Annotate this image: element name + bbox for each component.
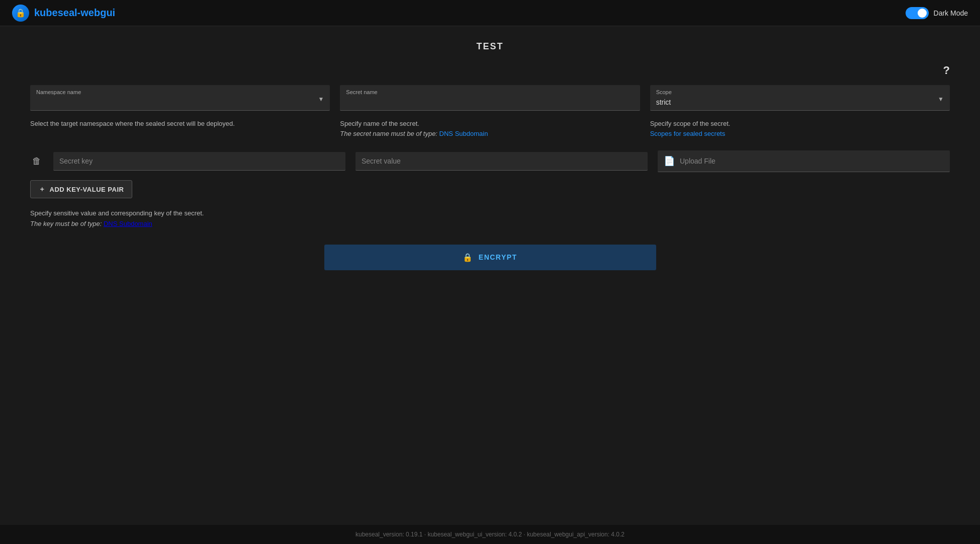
kv-description: Specify sensitive value and correspondin…: [30, 208, 950, 229]
kv-description-text: Specify sensitive value and correspondin…: [30, 209, 204, 217]
toggle-slider: [906, 7, 929, 19]
delete-kv-button[interactable]: 🗑: [30, 156, 43, 167]
page-title: TEST: [30, 41, 950, 52]
secret-name-col: Secret name: [340, 85, 640, 111]
secret-name-label: Secret name: [346, 89, 634, 95]
lock-icon: 🔒: [463, 253, 474, 262]
navbar: 🔒 kubeseal-webgui Dark Mode: [0, 0, 980, 26]
namespace-group: Namespace name ▼: [30, 85, 330, 111]
dns-subdomain-link-2[interactable]: DNS Subdomain: [104, 220, 152, 227]
main-content: TEST ? Namespace name ▼ Secret name Scop…: [0, 26, 980, 290]
add-kv-button[interactable]: ＋ ADD KEY-VALUE PAIR: [30, 180, 132, 198]
help-icon-row: ?: [30, 64, 950, 77]
dns-subdomain-link-1[interactable]: DNS Subdomain: [439, 130, 488, 137]
scope-group: Scope strict namespace-wide cluster-wide…: [650, 85, 950, 111]
namespace-col: Namespace name ▼: [30, 85, 330, 111]
brand-link[interactable]: 🔒 kubeseal-webgui: [12, 5, 115, 22]
namespace-input[interactable]: [36, 97, 324, 107]
footer: kubeseal_version: 0.19.1 · kubeseal_webg…: [0, 525, 980, 544]
help-icon[interactable]: ?: [943, 64, 950, 77]
dark-mode-toggle[interactable]: [906, 7, 929, 19]
upload-file-group[interactable]: 📄 Upload File: [658, 150, 950, 172]
secret-name-description-text: Specify name of the secret.: [340, 120, 419, 127]
description-row: Select the target namespace where the se…: [30, 119, 950, 138]
brand-prefix: kubeseal: [34, 7, 77, 18]
encrypt-button[interactable]: 🔒 ENCRYPT: [324, 245, 656, 270]
scope-description: Specify scope of the secret. Scopes for …: [650, 119, 950, 138]
secret-key-group: [53, 152, 345, 171]
secret-name-group: Secret name: [340, 85, 640, 111]
footer-text: kubeseal_version: 0.19.1 · kubeseal_webg…: [355, 531, 625, 538]
upload-file-label: Upload File: [680, 157, 716, 165]
namespace-label: Namespace name: [36, 89, 324, 95]
secret-value-group: [355, 152, 648, 171]
brand-icon: 🔒: [12, 5, 29, 22]
secret-name-description: Specify name of the secret. The secret n…: [340, 119, 640, 138]
namespace-description: Select the target namespace where the se…: [30, 119, 330, 138]
encrypt-label: ENCRYPT: [479, 253, 517, 261]
kv-row: 🗑 📄 Upload File: [30, 150, 950, 172]
scope-description-text: Specify scope of the secret.: [650, 120, 731, 127]
upload-icon: 📄: [664, 156, 675, 167]
scope-col: Scope strict namespace-wide cluster-wide…: [650, 85, 950, 111]
kv-italic: The key must be of type:: [30, 220, 104, 227]
secret-value-input[interactable]: [362, 157, 642, 165]
secret-name-italic: The secret name must be of type:: [340, 130, 439, 137]
secret-name-input[interactable]: [346, 97, 634, 107]
brand-text: kubeseal-webgui: [34, 7, 115, 19]
add-kv-label: ADD KEY-VALUE PAIR: [50, 186, 124, 193]
scope-select[interactable]: strict namespace-wide cluster-wide: [656, 97, 944, 107]
scopes-link[interactable]: Scopes for sealed secrets: [650, 130, 726, 137]
brand-suffix: -webgui: [77, 7, 116, 18]
add-kv-icon: ＋: [39, 185, 46, 194]
navbar-right: Dark Mode: [906, 7, 968, 19]
dark-mode-label: Dark Mode: [934, 9, 968, 17]
form-row-top: Namespace name ▼ Secret name Scope stric…: [30, 85, 950, 111]
namespace-description-text: Select the target namespace where the se…: [30, 120, 235, 127]
scope-label: Scope: [656, 89, 944, 95]
encrypt-btn-row: 🔒 ENCRYPT: [30, 245, 950, 270]
secret-key-input[interactable]: [59, 157, 339, 165]
